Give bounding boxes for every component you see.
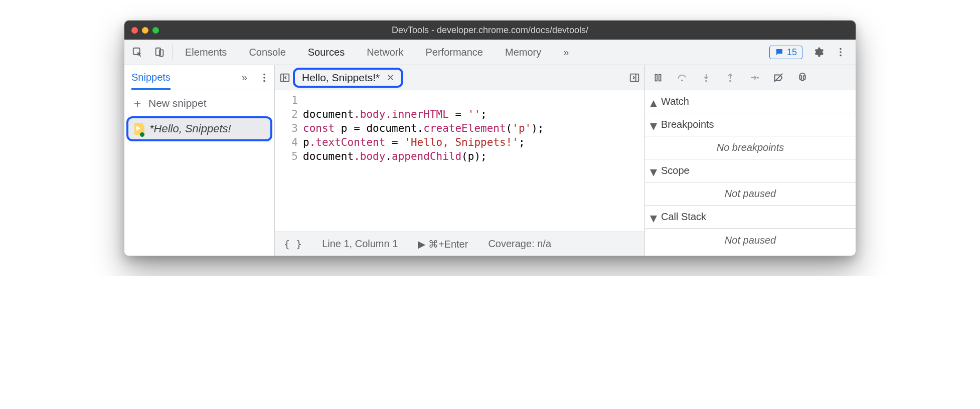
devtools-window: DevTools - developer.chrome.com/docs/dev…: [124, 20, 856, 256]
breakpoints-body: No breakpoints: [645, 136, 856, 159]
snippet-list-item[interactable]: *Hello, Snippets!: [128, 118, 270, 139]
step-into-icon[interactable]: [700, 72, 712, 84]
navigator-tabs: Snippets »: [124, 65, 274, 90]
window-title: DevTools - developer.chrome.com/docs/dev…: [124, 25, 856, 36]
editor-file-tab-label: Hello, Snippets!*: [302, 72, 380, 84]
run-snippet-button[interactable]: ▶ ⌘+Enter: [418, 238, 468, 250]
svg-point-16: [705, 80, 707, 82]
callstack-section-header[interactable]: Call Stack: [645, 206, 856, 229]
navigator-menu-icon[interactable]: [258, 72, 270, 84]
close-window-button[interactable]: [131, 27, 138, 34]
toggle-navigator-icon[interactable]: [279, 72, 291, 84]
window-controls: [124, 27, 159, 34]
svg-point-8: [263, 80, 265, 82]
svg-point-3: [840, 48, 842, 50]
editor-file-tab[interactable]: Hello, Snippets!* ✕: [295, 70, 401, 86]
breakpoints-section-header[interactable]: Breakpoints: [645, 113, 856, 136]
pause-icon[interactable]: [652, 72, 664, 84]
svg-point-18: [757, 77, 759, 79]
step-icon[interactable]: [748, 72, 760, 84]
line-number-gutter: 1 2 3 4 5: [275, 93, 303, 232]
devtools-toolbar: Elements Console Sources Network Perform…: [124, 40, 856, 65]
tab-sources[interactable]: Sources: [308, 47, 345, 58]
svg-point-6: [263, 73, 265, 75]
svg-point-5: [840, 55, 842, 57]
pretty-print-icon[interactable]: { }: [284, 238, 302, 250]
kebab-menu-icon[interactable]: [835, 46, 847, 58]
navigator-tab-snippets[interactable]: Snippets: [131, 72, 171, 90]
svg-rect-20: [800, 76, 802, 79]
editor-pane: Hello, Snippets!* ✕ 1 2 3 4 5: [275, 65, 645, 256]
chevron-down-icon: [650, 121, 657, 128]
sources-panel: Snippets » ＋ New snippet *Hello, Snippet…: [124, 65, 856, 256]
unsaved-indicator-icon: [140, 132, 144, 137]
coverage-status: Coverage: n/a: [488, 238, 551, 250]
svg-point-15: [681, 79, 683, 81]
chevron-right-icon: [650, 98, 657, 105]
navigator-tabs-overflow-icon[interactable]: »: [242, 72, 247, 83]
issues-count: 15: [787, 47, 797, 58]
tab-performance[interactable]: Performance: [426, 47, 483, 58]
breakpoints-label: Breakpoints: [661, 119, 714, 130]
navigator-sidebar: Snippets » ＋ New snippet *Hello, Snippet…: [124, 65, 275, 256]
svg-point-4: [840, 51, 842, 53]
new-snippet-button[interactable]: ＋ New snippet: [124, 90, 274, 116]
settings-icon[interactable]: [812, 46, 825, 58]
editor-tabbar: Hello, Snippets!* ✕: [275, 65, 644, 90]
debugger-toolbar: [645, 65, 856, 90]
watch-label: Watch: [661, 96, 689, 107]
code-content: document.body.innerHTML = ''; const p = …: [303, 93, 644, 232]
tab-network[interactable]: Network: [367, 47, 403, 58]
chevron-down-icon: [650, 167, 657, 174]
snippet-item-name: *Hello, Snippets!: [149, 122, 231, 135]
minimize-window-button[interactable]: [142, 27, 148, 34]
inspect-element-icon[interactable]: [131, 46, 143, 58]
tab-console[interactable]: Console: [249, 47, 285, 58]
svg-rect-14: [659, 74, 661, 81]
panel-tabs: Elements Console Sources Network Perform…: [180, 47, 769, 58]
step-out-icon[interactable]: [724, 72, 736, 84]
close-tab-icon[interactable]: ✕: [387, 72, 394, 83]
tab-elements[interactable]: Elements: [185, 47, 227, 58]
svg-rect-21: [803, 76, 805, 79]
plus-icon: ＋: [131, 95, 143, 111]
editor-statusbar: { } Line 1, Column 1 ▶ ⌘+Enter Coverage:…: [275, 232, 644, 256]
callstack-body: Not paused: [645, 229, 856, 252]
toolbar-divider: [173, 45, 173, 59]
toggle-debugger-icon[interactable]: [628, 72, 640, 84]
callstack-label: Call Stack: [661, 211, 706, 223]
device-toolbar-icon[interactable]: [153, 46, 166, 58]
issues-badge[interactable]: 15: [769, 46, 802, 59]
step-over-icon[interactable]: [676, 72, 688, 84]
tabs-overflow-icon[interactable]: »: [563, 47, 569, 58]
scope-label: Scope: [661, 165, 690, 176]
svg-point-17: [729, 80, 731, 82]
new-snippet-label: New snippet: [148, 97, 207, 109]
tab-memory[interactable]: Memory: [505, 47, 541, 58]
chevron-down-icon: [650, 214, 657, 221]
debugger-pane: Watch Breakpoints No breakpoints Scope N…: [645, 65, 856, 256]
watch-section-header[interactable]: Watch: [645, 90, 856, 113]
svg-rect-13: [656, 74, 658, 81]
window-titlebar: DevTools - developer.chrome.com/docs/dev…: [124, 21, 856, 40]
pause-on-exceptions-icon[interactable]: [796, 72, 808, 84]
scope-body: Not paused: [645, 182, 856, 206]
deactivate-breakpoints-icon[interactable]: [772, 72, 784, 84]
maximize-window-button[interactable]: [152, 27, 159, 34]
scope-section-header[interactable]: Scope: [645, 159, 856, 182]
code-editor[interactable]: 1 2 3 4 5 document.body.innerHTML = ''; …: [275, 90, 644, 232]
svg-point-7: [263, 77, 265, 79]
cursor-position: Line 1, Column 1: [322, 238, 398, 250]
